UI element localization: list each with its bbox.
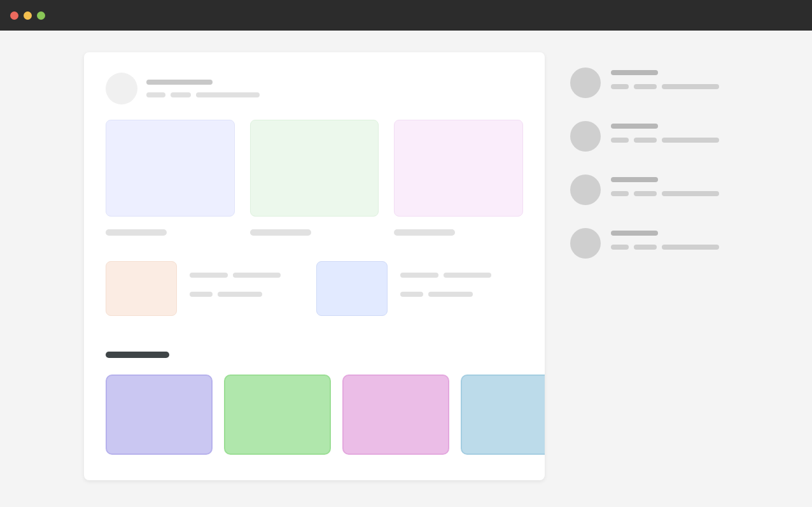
avatar bbox=[570, 228, 601, 259]
zoom-icon[interactable] bbox=[37, 11, 45, 20]
media-thumbnail bbox=[106, 261, 177, 316]
hero-tile[interactable] bbox=[394, 120, 523, 217]
minimize-icon[interactable] bbox=[24, 11, 32, 20]
item-meta-placeholder bbox=[662, 138, 719, 143]
sidebar-list-item[interactable] bbox=[570, 175, 736, 205]
item-meta-placeholder bbox=[662, 245, 719, 250]
item-meta-placeholder bbox=[662, 191, 719, 196]
item-meta-placeholder bbox=[611, 84, 629, 89]
item-meta-placeholder bbox=[662, 84, 719, 89]
author-name-placeholder bbox=[146, 80, 213, 85]
section-heading-placeholder bbox=[106, 352, 169, 358]
carousel-card[interactable] bbox=[461, 375, 545, 455]
hero-caption-placeholder bbox=[394, 229, 455, 236]
hero-caption-placeholder bbox=[250, 229, 311, 236]
hero-tile[interactable] bbox=[106, 120, 235, 217]
item-meta-placeholder bbox=[611, 138, 629, 143]
avatar bbox=[570, 175, 601, 205]
media-pair[interactable] bbox=[316, 261, 491, 316]
media-pair[interactable] bbox=[106, 261, 281, 316]
sidebar-list-item[interactable] bbox=[570, 68, 736, 98]
media-text-placeholder bbox=[428, 292, 473, 297]
item-meta-placeholder bbox=[611, 191, 629, 196]
avatar bbox=[570, 121, 601, 152]
item-meta-placeholder bbox=[634, 245, 657, 250]
item-title-placeholder bbox=[611, 124, 658, 129]
carousel-card[interactable] bbox=[224, 375, 331, 455]
media-text-placeholder bbox=[233, 273, 281, 278]
sidebar-list-item[interactable] bbox=[570, 121, 736, 152]
item-meta-placeholder bbox=[634, 191, 657, 196]
media-text-placeholder bbox=[190, 273, 228, 278]
hero-caption-row bbox=[106, 229, 523, 236]
author-header bbox=[106, 73, 523, 104]
author-meta-placeholder bbox=[196, 92, 260, 97]
main-content-card bbox=[84, 52, 545, 480]
close-icon[interactable] bbox=[10, 11, 18, 20]
media-text-placeholder bbox=[400, 273, 438, 278]
item-title-placeholder bbox=[611, 231, 658, 236]
media-text-placeholder bbox=[444, 273, 491, 278]
window-titlebar bbox=[0, 0, 812, 31]
media-text-placeholder bbox=[190, 292, 213, 297]
item-meta-placeholder bbox=[634, 84, 657, 89]
item-meta-placeholder bbox=[634, 138, 657, 143]
author-meta-placeholder bbox=[146, 92, 165, 97]
media-thumbnail bbox=[316, 261, 388, 316]
item-title-placeholder bbox=[611, 177, 658, 182]
media-text-placeholder bbox=[400, 292, 423, 297]
carousel-card[interactable] bbox=[106, 375, 213, 455]
carousel-card[interactable] bbox=[342, 375, 449, 455]
media-pair-row bbox=[106, 261, 523, 316]
hero-tile[interactable] bbox=[250, 120, 379, 217]
author-meta-placeholder bbox=[171, 92, 191, 97]
hero-caption-placeholder bbox=[106, 229, 167, 236]
media-text-placeholder bbox=[218, 292, 262, 297]
sidebar-list-item[interactable] bbox=[570, 228, 736, 259]
item-meta-placeholder bbox=[611, 245, 629, 250]
item-title-placeholder bbox=[611, 70, 658, 75]
right-sidebar bbox=[570, 52, 736, 480]
hero-tile-row bbox=[106, 120, 523, 217]
avatar bbox=[570, 68, 601, 98]
card-carousel[interactable] bbox=[106, 375, 545, 455]
author-avatar[interactable] bbox=[106, 73, 137, 104]
